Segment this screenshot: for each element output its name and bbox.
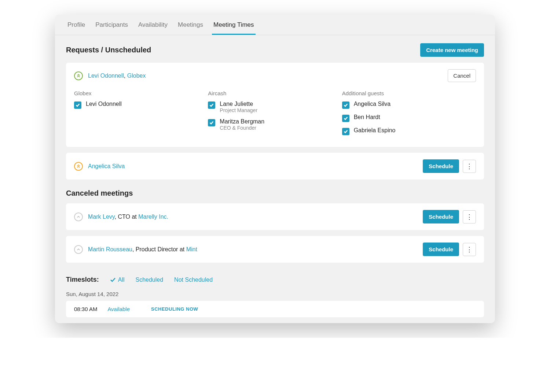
canceled-person: Mark Levy, CTO at Marelly Inc. xyxy=(88,214,168,220)
person-link[interactable]: Mark Levy xyxy=(88,214,115,220)
filter-all[interactable]: All xyxy=(110,277,125,283)
checkbox[interactable] xyxy=(342,101,349,109)
attendee-name: Gabriela Espino xyxy=(354,127,396,134)
date-label: Sun, August 14, 2022 xyxy=(55,287,495,301)
checkbox[interactable] xyxy=(342,128,349,135)
company-link[interactable]: Marelly Inc. xyxy=(138,214,168,220)
person-link[interactable]: Martin Rousseau xyxy=(88,246,132,252)
tab-availability[interactable]: Availability xyxy=(137,15,169,35)
attendee-item: Maritza Bergman CEO & Founder xyxy=(208,118,342,131)
filter-scheduled[interactable]: Scheduled xyxy=(135,277,163,283)
schedule-button[interactable]: Schedule xyxy=(423,243,459,256)
attendee-item: Gabriela Espino xyxy=(342,127,476,135)
slot-status[interactable]: Available xyxy=(107,306,130,312)
canceled-title: Canceled meetings xyxy=(66,189,133,197)
person-link[interactable]: Levi Odonnell xyxy=(88,73,124,79)
canceled-card: Martin Rousseau, Product Director at Min… xyxy=(66,236,484,263)
col-title: Aircash xyxy=(208,90,342,96)
cancel-button[interactable]: Cancel xyxy=(448,69,476,82)
attendee-name: Ben Hardt xyxy=(354,114,380,121)
more-menu-button[interactable]: ⋮ xyxy=(463,210,476,223)
checkbox[interactable] xyxy=(208,119,215,126)
attendee-role: Project Manager xyxy=(220,107,257,113)
priority-medium-icon xyxy=(74,162,83,171)
canceled-card: Mark Levy, CTO at Marelly Inc. Schedule … xyxy=(66,203,484,230)
requests-title: Requests / Unscheduled xyxy=(66,46,151,54)
attendee-name: Angelica Silva xyxy=(354,101,391,107)
checkbox[interactable] xyxy=(208,101,215,109)
attendee-name: Lane Juliette xyxy=(220,101,257,107)
scheduling-now-label: SCHEDULING NOW xyxy=(151,306,198,312)
tab-profile[interactable]: Profile xyxy=(66,15,87,35)
attendee-name: Levi Odonnell xyxy=(86,101,122,107)
more-menu-button[interactable]: ⋮ xyxy=(463,243,476,256)
timeslot-row: 08:30 AM Available SCHEDULING NOW xyxy=(66,301,484,317)
request-person: Levi Odonnell, Globex xyxy=(88,73,146,79)
request-person: Angelica Silva xyxy=(88,163,125,170)
timeslots-label: Timeslots: xyxy=(66,276,99,284)
schedule-button[interactable]: Schedule xyxy=(423,159,459,173)
request-card: Angelica Silva Schedule ⋮ xyxy=(66,153,484,180)
request-card: Levi Odonnell, Globex Cancel Globex Levi… xyxy=(66,63,484,147)
slot-time: 08:30 AM xyxy=(74,306,97,312)
tab-meetings[interactable]: Meetings xyxy=(176,15,205,35)
col-title: Globex xyxy=(74,90,208,96)
tabs-bar: Profile Participants Availability Meetin… xyxy=(55,15,495,35)
priority-high-icon xyxy=(74,71,83,80)
person-link[interactable]: Angelica Silva xyxy=(88,163,125,169)
attendee-name: Maritza Bergman xyxy=(220,118,264,125)
attendee-item: Levi Odonnell xyxy=(74,101,208,109)
filter-not-scheduled[interactable]: Not Scheduled xyxy=(174,277,213,283)
col-title: Additional guests xyxy=(342,90,476,96)
more-menu-button[interactable]: ⋮ xyxy=(463,160,476,173)
canceled-person: Martin Rousseau, Product Director at Min… xyxy=(88,246,197,253)
tab-participants[interactable]: Participants xyxy=(94,15,129,35)
attendee-item: Ben Hardt xyxy=(342,114,476,122)
attendee-item: Angelica Silva xyxy=(342,101,476,109)
expand-icon[interactable] xyxy=(74,245,83,254)
tab-meeting-times[interactable]: Meeting Times xyxy=(212,15,256,35)
company-link[interactable]: Globex xyxy=(127,73,146,79)
create-meeting-button[interactable]: Create new meeting xyxy=(420,43,484,57)
checkbox[interactable] xyxy=(74,101,81,109)
expand-icon[interactable] xyxy=(74,212,83,221)
attendee-item: Lane Juliette Project Manager xyxy=(208,101,342,113)
checkbox[interactable] xyxy=(342,115,349,122)
attendee-role: CEO & Founder xyxy=(220,125,264,131)
company-link[interactable]: Mint xyxy=(186,246,197,252)
schedule-button[interactable]: Schedule xyxy=(423,210,459,223)
